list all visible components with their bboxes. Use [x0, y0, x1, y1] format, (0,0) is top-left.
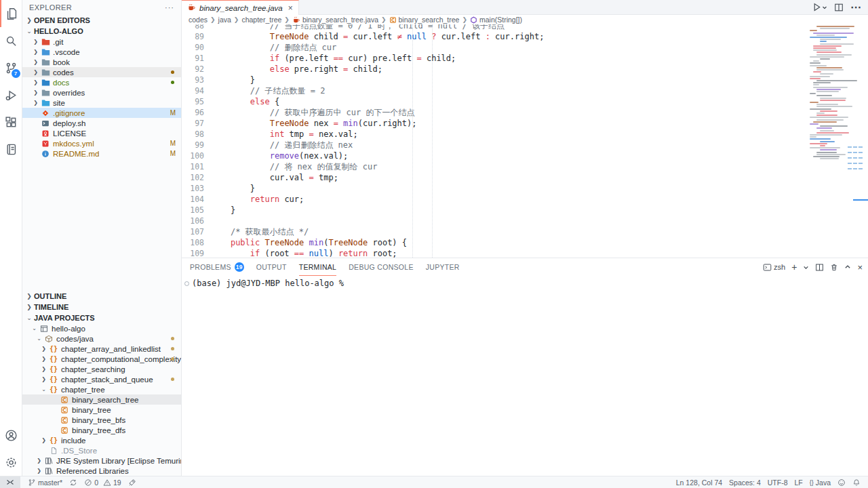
warning-count: 19: [113, 479, 121, 487]
vscode-window: 7 EXPLORER ···: [0, 0, 868, 488]
tree-item-label: binary_tree_dfs: [72, 426, 125, 434]
terminal-content[interactable]: (base) jyd@JYD-MBP hello-algo %: [182, 276, 868, 476]
open-editors-header[interactable]: ❯OPEN EDITORS: [22, 15, 181, 26]
breadcrumb-item-chapter-tree[interactable]: chapter_tree: [241, 16, 281, 24]
terminal-shell-icon[interactable]: zsh: [763, 263, 785, 272]
braces-icon: {}: [48, 354, 59, 363]
extensions-icon[interactable]: [0, 108, 22, 136]
panel-tab-problems[interactable]: PROBLEMS19: [190, 258, 244, 276]
explorer-more-actions[interactable]: ···: [165, 3, 174, 12]
notifications-bell-icon[interactable]: [849, 476, 864, 488]
chevron-right-icon: ❯: [31, 100, 40, 106]
activity-bar: 7: [0, 0, 22, 476]
workspace-root-header[interactable]: ⌄HELLO-ALGO: [22, 26, 181, 37]
breadcrumb-item-binary-search-tree-java[interactable]: binary_search_tree.java: [292, 16, 378, 24]
tree-item-label: JRE System Library [Eclipse Temurin 17 […: [56, 457, 181, 465]
encoding-status[interactable]: UTF-8: [764, 476, 791, 488]
java-status-rocket-icon[interactable]: [125, 476, 140, 488]
java-project-item-codes-java[interactable]: ⌄codes/java: [22, 333, 181, 344]
cursor-position-status[interactable]: Ln 128, Col 74: [673, 476, 726, 488]
panel-tab-jupyter[interactable]: JUPYTER: [426, 258, 460, 276]
explorer-icon[interactable]: [0, 0, 22, 27]
modified-dot-badge: [171, 357, 174, 361]
run-debug-icon[interactable]: [0, 81, 22, 108]
java-projects-header[interactable]: ⌄JAVA PROJECTS: [22, 312, 181, 323]
sync-status[interactable]: [66, 476, 81, 488]
explorer-item-book[interactable]: ❯book: [22, 57, 181, 67]
java-project-item-chapter-searching[interactable]: ❯{}chapter_searching: [22, 364, 181, 374]
class-icon: [59, 426, 70, 434]
outline-header[interactable]: ❯OUTLINE: [22, 291, 181, 302]
readme-icon: [40, 149, 51, 158]
line-number: 109: [182, 248, 204, 258]
code-line-107: 107 /* 获取最小结点 */: [182, 226, 807, 237]
panel-tab-output[interactable]: OUTPUT: [256, 258, 287, 276]
java-project-item-binary-tree-dfs[interactable]: binary_tree_dfs: [22, 425, 181, 435]
tree-item-label: docs: [53, 79, 69, 87]
explorer-sidebar: EXPLORER ··· ❯OPEN EDITORS ⌄HELLO-ALGO ❯…: [22, 0, 182, 476]
search-icon[interactable]: [0, 27, 22, 54]
split-editor-button[interactable]: [834, 3, 844, 12]
close-panel-button[interactable]: ×: [857, 262, 863, 272]
java-project-item-binary-search-tree[interactable]: binary_search_tree: [22, 394, 181, 405]
language-mode-status[interactable]: {} Java: [806, 476, 834, 488]
java-project-item-chapter-tree[interactable]: ⌄{}chapter_tree: [22, 384, 181, 394]
minimap[interactable]: [808, 24, 863, 258]
tab-binary-search-tree[interactable]: binary_search_tree.java ×: [182, 0, 299, 15]
explorer-item-deploy-sh[interactable]: deploy.sh: [22, 118, 181, 128]
run-button[interactable]: [812, 2, 827, 12]
java-project-item-chapter-computational-complexity[interactable]: ❯{}chapter_computational_complexity: [22, 354, 181, 364]
java-project-item-binary-tree[interactable]: binary_tree: [22, 405, 181, 415]
problems-status[interactable]: 0 19: [81, 476, 125, 488]
breadcrumb-item-binary-search-tree[interactable]: binary_search_tree: [389, 16, 460, 24]
split-terminal-button[interactable]: [815, 263, 824, 272]
notebook-icon[interactable]: [0, 136, 22, 163]
feedback-icon[interactable]: [834, 476, 849, 488]
explorer-item--vscode[interactable]: ❯.vscode: [22, 47, 181, 57]
source-control-icon[interactable]: 7: [0, 54, 22, 81]
explorer-item-site[interactable]: ❯site: [22, 98, 181, 108]
java-project-item-chapter-array-and-linkedlist[interactable]: ❯{}chapter_array_and_linkedlist: [22, 344, 181, 354]
java-project-item--ds-store[interactable]: .DS_Store: [22, 445, 181, 455]
remote-indicator[interactable]: [0, 476, 20, 488]
more-actions-button[interactable]: ⋯: [850, 1, 861, 14]
shell-dropdown-chevron[interactable]: [803, 264, 809, 270]
java-project-item-hello-algo[interactable]: ⌄hello-algo: [22, 323, 181, 333]
indentation-status[interactable]: Spaces: 4: [726, 476, 764, 488]
new-terminal-button[interactable]: +: [791, 262, 797, 272]
tree-item-label: Referenced Libraries: [56, 467, 129, 475]
code-line-99: 99 // 递归删除结点 nex: [182, 140, 807, 150]
kill-terminal-button[interactable]: [830, 263, 838, 272]
explorer-item-docs[interactable]: ❯docs: [22, 77, 181, 87]
code-editor[interactable]: 88 // 当子结点数量 = 0 / 1 时， child = null / 该…: [182, 24, 868, 258]
editor-tab-bar: binary_search_tree.java × ⋯: [182, 0, 868, 15]
java-project-item-jre-system-library-eclipse-temurin-17-17-[interactable]: ❯JRE System Library [Eclipse Temurin 17 …: [22, 455, 181, 466]
explorer-item-license[interactable]: LICENSE: [22, 128, 181, 138]
line-number: 106: [182, 216, 204, 226]
timeline-header[interactable]: ❯TIMELINE: [22, 302, 181, 312]
bottom-panel: PROBLEMS19OUTPUTTERMINALDEBUG CONSOLEJUP…: [182, 258, 868, 476]
explorer-item-overrides[interactable]: ❯overrides: [22, 87, 181, 98]
panel-tab-debug-console[interactable]: DEBUG CONSOLE: [349, 258, 414, 276]
breadcrumb-item-java[interactable]: java: [218, 16, 231, 24]
folder-vscode-icon: [40, 47, 51, 56]
explorer-item-readme-md[interactable]: README.mdM: [22, 148, 181, 159]
explorer-item-codes[interactable]: ❯codes: [22, 67, 181, 77]
explorer-item--gitignore[interactable]: .gitignoreM: [22, 108, 181, 118]
java-project-item-include[interactable]: ❯{}include: [22, 435, 181, 445]
maximize-panel-button[interactable]: [844, 264, 851, 270]
java-project-item-referenced-libraries[interactable]: ❯Referenced Libraries: [22, 466, 181, 476]
settings-gear-icon[interactable]: [0, 449, 22, 476]
java-project-item-binary-tree-bfs[interactable]: binary_tree_bfs: [22, 415, 181, 425]
account-icon[interactable]: [0, 422, 22, 449]
tree-item-label: binary_search_tree: [72, 396, 138, 404]
panel-tab-terminal[interactable]: TERMINAL: [299, 258, 337, 276]
branch-status[interactable]: master*: [24, 476, 66, 488]
explorer-item-mkdocs-yml[interactable]: mkdocs.ymlM: [22, 138, 181, 148]
explorer-item--git[interactable]: ❯.git: [22, 37, 181, 47]
eol-status[interactable]: LF: [791, 476, 806, 488]
breadcrumb-item-main-string-[interactable]: main(String[]): [470, 16, 522, 24]
breadcrumb-item-codes[interactable]: codes: [189, 16, 208, 24]
tab-close-icon[interactable]: ×: [288, 3, 293, 13]
java-project-item-chapter-stack-and-queue[interactable]: ❯{}chapter_stack_and_queue: [22, 374, 181, 384]
